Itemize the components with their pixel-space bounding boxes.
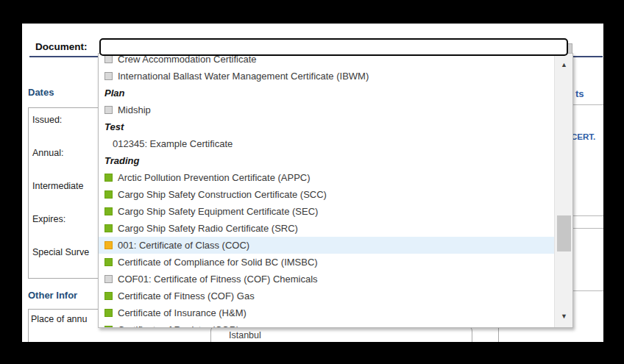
dropdown-item-label: Certificate of Compliance for Solid BC (… bbox=[118, 257, 318, 268]
dropdown-item[interactable]: Midship bbox=[99, 101, 554, 118]
dropdown-group-header: Plan bbox=[99, 85, 554, 101]
dropdown-item[interactable]: Certificate of Insurance (H&M) bbox=[99, 304, 554, 321]
scrollbar-thumb[interactable] bbox=[557, 215, 571, 251]
scroll-up-icon[interactable]: ▲ bbox=[555, 57, 573, 73]
gray-status-square-icon bbox=[104, 55, 113, 63]
annual-label: Annual: bbox=[32, 148, 63, 158]
green-status-square-icon bbox=[104, 258, 113, 266]
document-dropdown-list: Crew Accommodation CertificateInternatio… bbox=[98, 53, 573, 328]
certificate-link-fragment[interactable]: CERT. bbox=[571, 132, 595, 141]
dropdown-item-label: Arctic Pollution Prevention Certificate … bbox=[118, 172, 311, 183]
dropdown-item-label: 001: Certificate of Class (COC) bbox=[118, 240, 249, 251]
place-of-annual-input[interactable]: Istanbul bbox=[210, 326, 472, 342]
green-status-square-icon bbox=[104, 292, 113, 300]
dropdown-item-label: Cargo Ship Safety Construction Certifica… bbox=[118, 189, 327, 200]
dropdown-item-label: International Ballast Water Management C… bbox=[118, 71, 369, 82]
other-information-section-title: Other Infor bbox=[28, 290, 77, 301]
dropdown-item[interactable]: Certificate of Compliance for Solid BC (… bbox=[99, 254, 554, 271]
dropdown-group-header: Test bbox=[99, 118, 554, 135]
dropdown-item-label: Trading bbox=[104, 155, 139, 166]
issued-label: Issued: bbox=[32, 115, 62, 125]
right-panel-divider bbox=[572, 104, 603, 105]
dropdown-item[interactable]: Cargo Ship Safety Construction Certifica… bbox=[99, 186, 554, 203]
gray-status-square-icon bbox=[104, 72, 113, 80]
dropdown-item[interactable]: Cargo Ship Safety Radio Certificate (SRC… bbox=[99, 220, 554, 237]
dropdown-item-label: Certificate of Fitness (COF) Gas bbox=[118, 290, 255, 301]
green-status-square-icon bbox=[104, 309, 113, 317]
green-status-square-icon bbox=[104, 207, 113, 215]
right-panel-box-border bbox=[572, 215, 603, 216]
screenshot-frame: Dates Issued: Annual: Intermediate Expir… bbox=[0, 0, 624, 364]
dropdown-item[interactable]: 012345: Example Certificate bbox=[99, 135, 554, 152]
dropdown-item-label: Midship bbox=[118, 104, 151, 115]
dropdown-scrollbar[interactable]: ▲ ▼ bbox=[554, 54, 572, 327]
dropdown-item[interactable]: Certificate of Registry (COR) bbox=[99, 321, 554, 328]
dropdown-group-header: Trading bbox=[99, 152, 554, 169]
document-combobox-input[interactable] bbox=[99, 38, 568, 56]
gray-status-square-icon bbox=[104, 106, 113, 114]
certificate-dialog: Dates Issued: Annual: Intermediate Expir… bbox=[22, 24, 603, 342]
right-panel-box-border bbox=[572, 228, 603, 229]
right-panel-box-border bbox=[572, 290, 603, 291]
dropdown-item[interactable]: International Ballast Water Management C… bbox=[99, 68, 554, 85]
dropdown-item-label: COF01: Certificate of Fitness (COF) Chem… bbox=[118, 274, 318, 285]
green-status-square-icon bbox=[104, 174, 113, 182]
place-of-annual-label: Place of annu bbox=[31, 314, 87, 324]
dates-section-title: Dates bbox=[28, 87, 54, 98]
gray-status-square-icon bbox=[104, 275, 113, 283]
dropdown-item[interactable]: COF01: Certificate of Fitness (COF) Chem… bbox=[99, 271, 554, 288]
green-status-square-icon bbox=[104, 224, 113, 232]
dropdown-item[interactable]: Arctic Pollution Prevention Certificate … bbox=[99, 169, 554, 186]
orange-status-square-icon bbox=[104, 241, 113, 249]
dropdown-item-label: Plan bbox=[104, 88, 124, 99]
dropdown-item-label: 012345: Example Certificate bbox=[113, 138, 233, 149]
green-status-square-icon bbox=[104, 326, 113, 328]
document-label: Document: bbox=[35, 41, 88, 52]
green-status-square-icon bbox=[104, 190, 113, 199]
dropdown-item[interactable]: 001: Certificate of Class (COC) bbox=[99, 237, 554, 254]
dropdown-rows: Crew Accommodation CertificateInternatio… bbox=[99, 53, 554, 328]
dropdown-item-label: Certificate of Insurance (H&M) bbox=[118, 307, 247, 318]
dropdown-item-label: Test bbox=[104, 121, 124, 132]
dropdown-item-label: Certificate of Registry (COR) bbox=[118, 324, 239, 328]
dropdown-item[interactable]: Cargo Ship Safety Equipment Certificate … bbox=[99, 203, 554, 220]
dropdown-item[interactable]: Certificate of Fitness (COF) Gas bbox=[99, 288, 554, 304]
expires-label: Expires: bbox=[32, 214, 65, 224]
intermediate-label: Intermediate bbox=[32, 181, 83, 191]
dropdown-item-label: Cargo Ship Safety Equipment Certificate … bbox=[118, 206, 318, 217]
special-survey-label: Special Surve bbox=[32, 247, 89, 257]
right-panel-header-fragment: ts bbox=[575, 88, 584, 99]
dropdown-item-label: Cargo Ship Safety Radio Certificate (SRC… bbox=[118, 223, 298, 234]
scroll-down-icon[interactable]: ▼ bbox=[555, 308, 573, 324]
